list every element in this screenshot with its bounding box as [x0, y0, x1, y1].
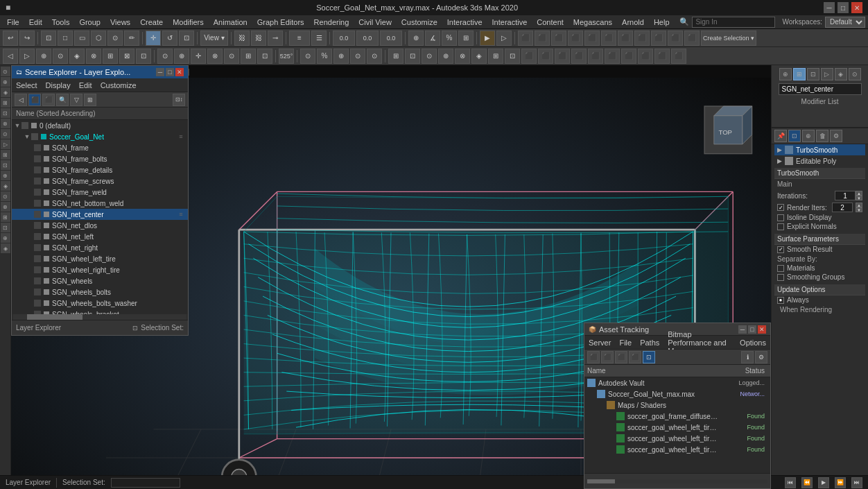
at-tb-4[interactable]: ⬛ [629, 351, 641, 363]
lt-6[interactable]: ⊗ [1, 119, 10, 128]
lt-5[interactable]: ⊡ [1, 108, 10, 118]
at-close-btn[interactable]: ✕ [758, 325, 766, 334]
tb2-31[interactable]: ⬛ [521, 49, 537, 64]
extra-tool-1[interactable]: ⬛ [518, 31, 533, 46]
tb2-24[interactable]: ⊡ [405, 49, 420, 64]
extra-tool-10[interactable]: ⬛ [668, 31, 683, 46]
modifier-pin-button[interactable]: 📌 [774, 130, 787, 142]
menu-arnold[interactable]: Arnold [618, 17, 648, 28]
se-options-btn[interactable]: ⊡↕ [173, 94, 185, 106]
create-icon[interactable]: ⊕ [779, 68, 792, 80]
se-menu-edit[interactable]: Edit [75, 80, 96, 91]
at-item-autodesk-vault[interactable]: Autodesk Vault Logged... [584, 377, 770, 388]
x-field[interactable]: 0.0 [333, 31, 355, 46]
minimize-button[interactable]: ─ [824, 2, 835, 13]
menu-customize[interactable]: Customize [397, 17, 442, 28]
se-filter-btn[interactable]: ▽ [70, 94, 83, 106]
se-item-sgn-wheels-bolts[interactable]: SGN_wheels_bolts [12, 286, 188, 298]
ts-surface-title[interactable]: Surface Parameters [774, 234, 865, 245]
se-item-sgn-net-bottom-weld[interactable]: SGN_net_bottom_weld [12, 198, 188, 209]
timeline-end-btn[interactable]: ⏭ [851, 477, 862, 488]
snap-toggle-button[interactable]: ⊕ [408, 31, 424, 46]
lt-14[interactable]: ⊗ [1, 202, 10, 212]
modifier-show-button[interactable]: ⊡ [788, 130, 801, 142]
lasso-selection-button[interactable]: ⊙ [107, 31, 123, 46]
select-by-name-button[interactable]: □ [58, 31, 73, 46]
link-button[interactable]: ⛓ [234, 31, 250, 46]
menu-tools[interactable]: Tools [48, 17, 74, 28]
tb2-2[interactable]: ▷ [19, 49, 35, 64]
utilities-icon[interactable]: ⊙ [849, 68, 861, 80]
at-minimize-btn[interactable]: ─ [738, 325, 747, 334]
display-icon[interactable]: ◈ [835, 68, 847, 80]
lt-13[interactable]: ⊙ [1, 191, 10, 201]
modifier-configure-button[interactable]: ⚙ [830, 130, 842, 142]
lt-2[interactable]: ⊕ [1, 77, 10, 87]
spinner-snap-button[interactable]: ⊞ [458, 31, 474, 46]
at-item-wheel-left-bump[interactable]: soccer_goal_wheel_left_tire_bump.png Fou… [584, 422, 770, 433]
at-menu-server[interactable]: Server [584, 337, 615, 348]
at-scroll-thumb[interactable] [587, 479, 615, 483]
menu-megascans[interactable]: Megascans [569, 17, 616, 28]
bind-to-space-warp[interactable]: ⊸ [268, 31, 283, 46]
se-item-sgn-net-center[interactable]: SGN_net_center ≡ [12, 209, 188, 220]
lt-12[interactable]: ◈ [1, 181, 10, 191]
tb2-23[interactable]: ⊞ [388, 49, 403, 64]
extra-tool-7[interactable]: ⬛ [618, 31, 633, 46]
se-item-sgn-frame-screws[interactable]: SGN_frame_screws [12, 175, 188, 187]
select-object-button[interactable]: ⊡ [41, 31, 56, 46]
se-item-sgn-wheel-left-tire[interactable]: SGN_wheel_left_tire [12, 253, 188, 264]
tb2-12[interactable]: ✛ [191, 49, 206, 64]
tb2-39[interactable]: ⬛ [654, 49, 670, 64]
render-scene-button[interactable]: ▶ [480, 31, 495, 46]
extra-tool-4[interactable]: ⬛ [568, 31, 583, 46]
modifier-turbosmooth[interactable]: ▶ TurboSmooth [774, 144, 865, 155]
se-menu-customize[interactable]: Customize [96, 80, 141, 91]
tb2-20[interactable]: ⊕ [333, 49, 349, 64]
menu-create[interactable]: Create [136, 17, 167, 28]
status-selection-input[interactable] [111, 478, 180, 488]
modifier-delete-button[interactable]: 🗑 [816, 130, 828, 142]
menu-views[interactable]: Views [106, 17, 134, 28]
maximize-button[interactable]: □ [837, 2, 849, 13]
tb2-25[interactable]: ⊙ [422, 49, 437, 64]
se-item-sgn-frame-bolts[interactable]: SGN_frame_bolts [12, 153, 188, 164]
lt-7[interactable]: ⊙ [1, 129, 10, 139]
at-tb-info[interactable]: ℹ [741, 351, 754, 363]
extra-tool-6[interactable]: ⬛ [601, 31, 616, 46]
menu-edit[interactable]: Edit [25, 17, 46, 28]
lt-15[interactable]: ⊞ [1, 212, 10, 222]
tb2-37[interactable]: ⬛ [621, 49, 636, 64]
unlink-button[interactable]: ⛓ [251, 31, 266, 46]
ts-materials-check[interactable] [777, 265, 784, 272]
lt-1[interactable]: ⊙ [1, 67, 10, 76]
tb2-15[interactable]: ⊞ [241, 49, 256, 64]
se-item-soccer-goal-net[interactable]: ▼ Soccer_Goal_Net ≡ [12, 131, 188, 142]
at-item-sgn-max[interactable]: Soccer_Goal_Net_max.max Networ... [584, 388, 770, 400]
se-item-sgn-net-left[interactable]: SGN_net_left [12, 231, 188, 242]
tb2-14[interactable]: ⊙ [224, 49, 239, 64]
se-sort-btn[interactable]: ⊞ [84, 94, 96, 106]
extra-tool-11[interactable]: ⬛ [684, 31, 700, 46]
ts-update-title[interactable]: Update Options [774, 284, 865, 295]
se-menu-display[interactable]: Display [42, 80, 75, 91]
tb2-27[interactable]: ⊗ [455, 49, 470, 64]
y-field[interactable]: 0.0 [356, 31, 379, 46]
select-move-button[interactable]: ✛ [146, 31, 161, 46]
at-tb-5[interactable]: ⊡ [643, 351, 655, 363]
angle-snap-button[interactable]: ∡ [425, 31, 440, 46]
se-item-sgn-wheels[interactable]: SGN_wheels [12, 275, 188, 286]
tb2-40[interactable]: ⬛ [671, 49, 686, 64]
quick-render-button[interactable]: ▷ [496, 31, 512, 46]
tb2-19[interactable]: % [317, 49, 332, 64]
tb2-9[interactable]: ⊡ [136, 49, 151, 64]
ts-explicit-check[interactable] [777, 223, 784, 230]
at-menu-paths[interactable]: Paths [636, 337, 663, 348]
tb2-28[interactable]: ◈ [471, 49, 487, 64]
asset-tracking-tree[interactable]: Autodesk Vault Logged... Soccer_Goal_Net… [584, 377, 770, 473]
menu-graph-editors[interactable]: Graph Editors [253, 17, 309, 28]
timeline-start-btn[interactable]: ⏮ [785, 477, 796, 488]
se-item-sgn-frame-weld[interactable]: SGN_frame_weld [12, 187, 188, 198]
extra-tool-2[interactable]: ⬛ [535, 31, 550, 46]
tb2-32[interactable]: ⬛ [538, 49, 553, 64]
